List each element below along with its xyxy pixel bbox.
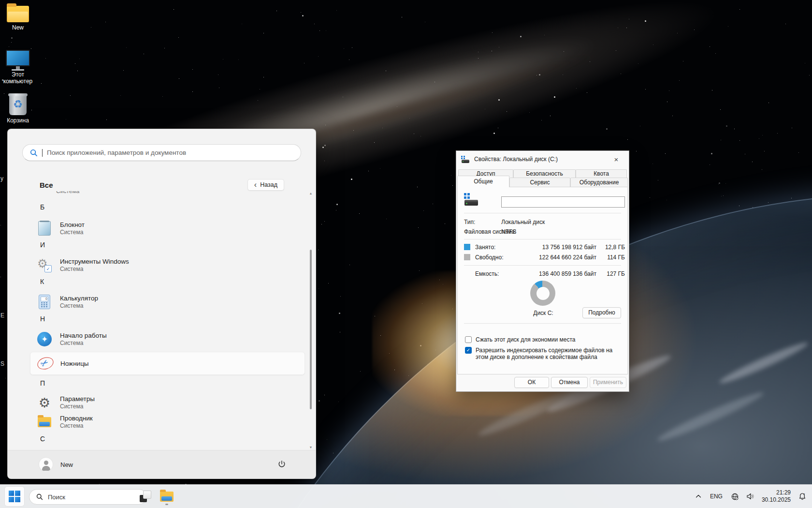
- text-caret: [42, 149, 43, 157]
- desktop-icon-label: компьютер: [3, 78, 33, 85]
- scroll-down-icon[interactable]: ▼: [308, 446, 313, 449]
- section-letter[interactable]: П: [40, 379, 45, 387]
- scroll-up-icon[interactable]: ▲: [308, 192, 313, 195]
- disk-usage-donut-chart: [530, 281, 555, 306]
- type-value: Локальный диск: [501, 219, 545, 225]
- used-size: 12,8 ГБ: [598, 244, 625, 251]
- calculator-icon: 0: [37, 294, 52, 310]
- search-placeholder: Поиск приложений, параметров и документо…: [47, 149, 186, 156]
- chevron-up-icon: [695, 493, 702, 500]
- search-icon: [30, 149, 38, 157]
- back-button-label: Назад: [260, 181, 277, 188]
- free-bytes: 122 644 660 224 байт: [516, 254, 596, 261]
- scrollbar-thumb[interactable]: [310, 250, 312, 409]
- get-started-icon: ✦: [37, 331, 52, 347]
- taskbar-search-label: Поиск: [48, 493, 65, 501]
- tab-quota[interactable]: Квота: [576, 169, 627, 178]
- settings-icon: ⚙: [37, 395, 52, 410]
- start-menu: Поиск приложений, параметров и документо…: [7, 129, 316, 479]
- app-item-get-started[interactable]: ✦ Начало работы Система: [30, 328, 305, 350]
- ok-button[interactable]: ОК: [514, 377, 549, 388]
- section-letter[interactable]: С: [40, 435, 45, 443]
- desktop-icon-label: Этот: [12, 71, 24, 78]
- partial-desktop-label: E: [0, 312, 4, 319]
- user-name: New: [60, 461, 73, 468]
- globe-no-internet-icon: [731, 493, 739, 501]
- separator: [464, 265, 621, 266]
- used-bytes: 13 756 198 912 байт: [516, 244, 596, 251]
- section-letter[interactable]: Б: [40, 203, 44, 211]
- avatar: [39, 458, 53, 471]
- tab-general[interactable]: Общие: [457, 176, 509, 187]
- section-letter[interactable]: И: [40, 241, 45, 249]
- app-item-snipping-tool[interactable]: ✂ Ножницы: [30, 352, 305, 375]
- clock[interactable]: 21:29 30.10.2025: [759, 487, 794, 506]
- desktop-icon-label: New: [0, 24, 36, 31]
- file-explorer-icon: [160, 492, 174, 502]
- user-profile-button[interactable]: New: [39, 458, 73, 471]
- recycle-bin-icon: ♻: [9, 95, 27, 115]
- general-tab-page: Тип: Локальный диск Файловая система: NT…: [457, 187, 628, 374]
- network-button[interactable]: [728, 487, 741, 506]
- app-item-windows-tools[interactable]: ⚙✓ Инструменты Windows Система: [30, 254, 305, 276]
- app-subtitle: Система: [60, 403, 95, 410]
- free-label: Свободно:: [475, 254, 504, 261]
- svg-text:z: z: [804, 493, 805, 495]
- start-search-input[interactable]: Поиск приложений, параметров и документо…: [22, 144, 301, 161]
- app-item-calculator[interactable]: 0 Калькулятор Система: [30, 291, 305, 313]
- drive-icon: [461, 156, 470, 163]
- file-explorer-icon: [37, 414, 52, 430]
- tray-time: 21:29: [776, 489, 791, 496]
- language-indicator[interactable]: ENG: [706, 487, 726, 506]
- dialog-title: Свойства: Локальный диск (C:): [474, 156, 604, 163]
- used-space-legend-swatch: [464, 244, 470, 250]
- volume-button[interactable]: [743, 487, 757, 506]
- index-contents-checkbox[interactable]: ✓: [465, 347, 472, 354]
- tray-date: 30.10.2025: [762, 496, 791, 503]
- clipped-list-item-subtitle: Система: [56, 191, 79, 194]
- disk-label: Диск C:: [525, 310, 561, 316]
- volume-label-input[interactable]: [501, 196, 625, 208]
- windows-logo-icon: [9, 491, 20, 502]
- scrollbar[interactable]: ▲ ▼: [308, 191, 313, 450]
- notifications-button[interactable]: z: [796, 487, 809, 506]
- tab-hardware[interactable]: Оборудование: [570, 178, 628, 187]
- tray-chevron-up[interactable]: [693, 487, 704, 506]
- used-label: Занято:: [475, 244, 495, 251]
- app-subtitle: Система: [60, 340, 107, 347]
- snipping-tool-icon: ✂: [37, 356, 53, 371]
- close-icon[interactable]: ×: [609, 153, 624, 165]
- drive-icon-large: [464, 193, 478, 206]
- app-item-file-explorer[interactable]: Проводник Система: [30, 411, 305, 433]
- taskbar-app-file-explorer[interactable]: [157, 487, 176, 506]
- details-button[interactable]: Подробно: [582, 307, 621, 318]
- app-name: Параметры: [60, 395, 95, 403]
- back-button[interactable]: ‹ Назад: [247, 179, 284, 191]
- app-item-notepad[interactable]: Блокнот Система: [30, 217, 305, 239]
- desktop-icon-this-pc[interactable]: Этот компьютер: [0, 50, 36, 85]
- tab-tools[interactable]: Сервис: [509, 178, 570, 187]
- desktop-icon-recycle-bin[interactable]: ♻ Корзина: [0, 95, 36, 124]
- start-button[interactable]: [5, 487, 24, 506]
- power-button[interactable]: [273, 456, 290, 473]
- free-space-legend-swatch: [464, 254, 470, 260]
- compress-disk-checkbox[interactable]: [465, 336, 472, 343]
- capacity-label: Емкость:: [475, 270, 499, 277]
- app-name: Проводник: [60, 414, 93, 422]
- section-letter[interactable]: К: [40, 278, 44, 285]
- desktop-icon-label: Корзина: [0, 117, 36, 124]
- app-name: Инструменты Windows: [60, 257, 129, 266]
- tab-security[interactable]: Безопасность: [513, 169, 576, 178]
- apply-button[interactable]: Применить: [590, 377, 626, 388]
- power-icon: [277, 460, 286, 469]
- taskbar-search[interactable]: Поиск: [29, 489, 147, 505]
- filesystem-value: NTFS: [501, 228, 516, 235]
- app-subtitle: Система: [60, 266, 129, 273]
- taskbar: Поиск ENG: [0, 484, 812, 508]
- taskbar-app-contrast[interactable]: [136, 487, 155, 506]
- desktop-icon-new-folder[interactable]: New: [0, 6, 36, 31]
- section-letter[interactable]: Н: [40, 315, 45, 323]
- cancel-button[interactable]: Отмена: [551, 377, 588, 388]
- separator: [464, 213, 621, 213]
- dialog-titlebar: Свойства: Локальный диск (C:) ×: [456, 151, 629, 167]
